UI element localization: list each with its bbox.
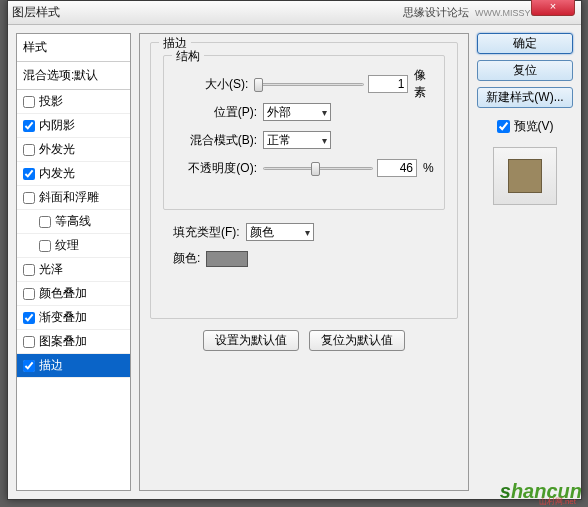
style-item-inner-glow[interactable]: 内发光 bbox=[17, 162, 130, 186]
fill-type-combo[interactable]: 颜色 bbox=[246, 223, 314, 241]
titlebar: 图层样式 思缘设计论坛 WWW.MISSYUAN.COM × bbox=[8, 1, 581, 25]
blend-row: 混合模式(B): 正常 bbox=[172, 128, 436, 152]
style-item-stroke[interactable]: 描边 bbox=[17, 354, 130, 378]
preview-label: 预览(V) bbox=[514, 118, 554, 135]
window-title: 图层样式 bbox=[12, 4, 403, 21]
checkbox-color-overlay[interactable] bbox=[23, 288, 35, 300]
size-row: 大小(S): 像素 bbox=[172, 72, 436, 96]
reset-default-button[interactable]: 复位为默认值 bbox=[309, 330, 405, 351]
preview-toggle-row: 预览(V) bbox=[477, 118, 573, 135]
dialog-body: 样式 混合选项:默认 投影 内阴影 外发光 内发光 斜面和浮雕 等高线 纹理 光… bbox=[8, 25, 581, 499]
position-combo[interactable]: 外部 bbox=[263, 103, 331, 121]
size-slider[interactable] bbox=[254, 76, 364, 92]
checkbox-contour[interactable] bbox=[39, 216, 51, 228]
fill-type-label: 填充类型(F): bbox=[173, 224, 240, 241]
size-input[interactable] bbox=[368, 75, 408, 93]
set-default-button[interactable]: 设置为默认值 bbox=[203, 330, 299, 351]
styles-list: 样式 混合选项:默认 投影 内阴影 外发光 内发光 斜面和浮雕 等高线 纹理 光… bbox=[16, 33, 131, 491]
checkbox-outer-glow[interactable] bbox=[23, 144, 35, 156]
preview-checkbox[interactable] bbox=[497, 120, 510, 133]
opacity-input[interactable] bbox=[377, 159, 417, 177]
style-item-gradient-overlay[interactable]: 渐变叠加 bbox=[17, 306, 130, 330]
checkbox-texture[interactable] bbox=[39, 240, 51, 252]
color-row: 颜色: bbox=[173, 250, 248, 267]
checkbox-inner-glow[interactable] bbox=[23, 168, 35, 180]
styles-header[interactable]: 样式 bbox=[17, 34, 130, 62]
style-item-color-overlay[interactable]: 颜色叠加 bbox=[17, 282, 130, 306]
layer-style-dialog: 图层样式 思缘设计论坛 WWW.MISSYUAN.COM × 样式 混合选项:默… bbox=[7, 0, 582, 500]
opacity-label: 不透明度(O): bbox=[172, 160, 257, 177]
fill-type-row: 填充类型(F): 颜色 bbox=[173, 223, 314, 241]
checkbox-pattern-overlay[interactable] bbox=[23, 336, 35, 348]
default-buttons: 设置为默认值 复位为默认值 bbox=[140, 330, 468, 351]
structure-title: 结构 bbox=[172, 48, 204, 65]
checkbox-stroke[interactable] bbox=[23, 360, 35, 372]
action-panel: 确定 复位 新建样式(W)... 预览(V) bbox=[477, 33, 573, 491]
style-item-satin[interactable]: 光泽 bbox=[17, 258, 130, 282]
color-swatch[interactable] bbox=[206, 251, 248, 267]
position-row: 位置(P): 外部 bbox=[172, 100, 436, 124]
new-style-button[interactable]: 新建样式(W)... bbox=[477, 87, 573, 108]
checkbox-inner-shadow[interactable] bbox=[23, 120, 35, 132]
style-item-inner-shadow[interactable]: 内阴影 bbox=[17, 114, 130, 138]
ok-button[interactable]: 确定 bbox=[477, 33, 573, 54]
checkbox-bevel[interactable] bbox=[23, 192, 35, 204]
size-label: 大小(S): bbox=[172, 76, 248, 93]
style-item-drop-shadow[interactable]: 投影 bbox=[17, 90, 130, 114]
forum-name: 思缘设计论坛 bbox=[403, 5, 469, 20]
position-label: 位置(P): bbox=[172, 104, 257, 121]
style-item-contour[interactable]: 等高线 bbox=[17, 210, 130, 234]
color-label: 颜色: bbox=[173, 250, 200, 267]
style-item-pattern-overlay[interactable]: 图案叠加 bbox=[17, 330, 130, 354]
watermark-sub: 山村网.net bbox=[539, 496, 576, 507]
opacity-slider[interactable] bbox=[263, 160, 373, 176]
opacity-row: 不透明度(O): % bbox=[172, 156, 436, 180]
style-item-bevel[interactable]: 斜面和浮雕 bbox=[17, 186, 130, 210]
structure-group: 结构 大小(S): 像素 位置(P): 外部 混合模式(B): 正常 bbox=[163, 55, 445, 210]
checkbox-gradient-overlay[interactable] bbox=[23, 312, 35, 324]
size-unit: 像素 bbox=[414, 67, 436, 101]
close-button[interactable]: × bbox=[531, 0, 575, 16]
opacity-unit: % bbox=[423, 161, 434, 175]
settings-panel: 描边 结构 大小(S): 像素 位置(P): 外部 混合模 bbox=[139, 33, 469, 491]
preview-thumbnail bbox=[493, 147, 557, 205]
stroke-group: 描边 结构 大小(S): 像素 位置(P): 外部 混合模 bbox=[150, 42, 458, 319]
checkbox-drop-shadow[interactable] bbox=[23, 96, 35, 108]
blend-options-default[interactable]: 混合选项:默认 bbox=[17, 62, 130, 90]
style-item-texture[interactable]: 纹理 bbox=[17, 234, 130, 258]
cancel-button[interactable]: 复位 bbox=[477, 60, 573, 81]
preview-swatch bbox=[508, 159, 542, 193]
blend-label: 混合模式(B): bbox=[172, 132, 257, 149]
blend-combo[interactable]: 正常 bbox=[263, 131, 331, 149]
style-item-outer-glow[interactable]: 外发光 bbox=[17, 138, 130, 162]
checkbox-satin[interactable] bbox=[23, 264, 35, 276]
